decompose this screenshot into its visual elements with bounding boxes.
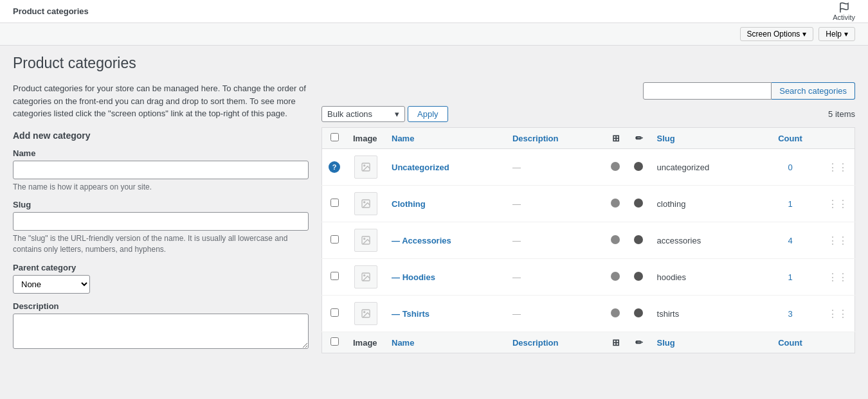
activity-label: Activity bbox=[833, 13, 855, 21]
row-name-cell: — Accessories bbox=[385, 222, 506, 259]
image-icon bbox=[361, 308, 371, 319]
row-slug-cell: clothing bbox=[651, 186, 759, 222]
row-desc-cell: — bbox=[506, 186, 604, 222]
header-description-col[interactable]: Description bbox=[506, 128, 604, 149]
parent-category-field: Parent category None bbox=[13, 263, 309, 294]
drag-handle-icon[interactable]: ⋮⋮ bbox=[827, 199, 848, 209]
status-circle-2 bbox=[634, 199, 643, 208]
category-name-link[interactable]: — Tshirts bbox=[392, 309, 429, 319]
row-checkbox-cell bbox=[322, 296, 347, 332]
drag-handle-icon[interactable]: ⋮⋮ bbox=[827, 272, 848, 283]
status-circle-1 bbox=[611, 162, 620, 171]
row-count-cell: 0 bbox=[759, 149, 821, 186]
slug-value: uncategorized bbox=[657, 163, 710, 172]
thumbnail-placeholder bbox=[354, 229, 377, 252]
row-checkbox[interactable] bbox=[330, 235, 339, 244]
table-footer-row: Image Name Description ⊞ ✏ Slu bbox=[322, 332, 855, 353]
name-label: Name bbox=[13, 148, 309, 158]
left-panel: Product categories for your store can be… bbox=[13, 82, 309, 359]
help-icon[interactable]: ? bbox=[329, 161, 340, 173]
category-name: Tshirts bbox=[402, 309, 429, 319]
screen-options-button[interactable]: Screen Options ▾ bbox=[740, 27, 814, 41]
row-slug-cell: tshirts bbox=[651, 296, 759, 332]
row-count-cell: 3 bbox=[759, 296, 821, 332]
select-all-checkbox-footer[interactable] bbox=[330, 337, 339, 346]
row-checkbox-cell: ? bbox=[322, 149, 347, 186]
row-drag-cell: ⋮⋮ bbox=[821, 186, 855, 222]
row-circle1-cell bbox=[604, 186, 628, 222]
table-row: ? Uncategorized — bbox=[322, 149, 855, 186]
bulk-actions-select[interactable]: Bulk actions ▾ bbox=[321, 106, 405, 122]
count-link[interactable]: 1 bbox=[788, 199, 792, 209]
name-input[interactable] bbox=[13, 161, 309, 179]
search-button[interactable]: Search categories bbox=[772, 82, 855, 100]
row-drag-cell: ⋮⋮ bbox=[821, 296, 855, 332]
search-input[interactable] bbox=[643, 82, 772, 100]
status-circle-1 bbox=[611, 272, 620, 281]
table-header-row: Image Name Description ⊞ ✏ Slu bbox=[322, 128, 855, 149]
description-value: — bbox=[512, 272, 521, 282]
slug-input[interactable] bbox=[13, 212, 309, 231]
top-bar: Product categories Activity bbox=[0, 0, 868, 23]
row-image-cell bbox=[347, 149, 385, 186]
count-link[interactable]: 0 bbox=[788, 163, 792, 172]
row-checkbox[interactable] bbox=[330, 308, 339, 317]
drag-handle-icon[interactable]: ⋮⋮ bbox=[827, 235, 848, 246]
category-name-link[interactable]: Clothing bbox=[392, 199, 426, 209]
category-name-link[interactable]: Uncategorized bbox=[392, 163, 449, 172]
footer-count-col[interactable]: Count bbox=[759, 332, 821, 353]
image-icon bbox=[361, 199, 371, 209]
category-name-link[interactable]: — Hoodies bbox=[392, 272, 435, 282]
row-checkbox-cell bbox=[322, 186, 347, 222]
image-icon bbox=[361, 162, 371, 172]
slug-value: clothing bbox=[657, 199, 686, 209]
drag-handle-icon[interactable]: ⋮⋮ bbox=[827, 308, 848, 319]
row-circle2-cell bbox=[628, 259, 651, 296]
flag-icon bbox=[838, 2, 850, 13]
activity-button[interactable]: Activity bbox=[833, 2, 855, 21]
slug-hint: The "slug" is the URL-friendly version o… bbox=[13, 233, 309, 255]
row-checkbox[interactable] bbox=[330, 272, 339, 280]
row-checkbox[interactable] bbox=[330, 199, 339, 207]
category-name: Hoodies bbox=[402, 272, 435, 282]
footer-name-col[interactable]: Name bbox=[385, 332, 506, 353]
add-new-title: Add new category bbox=[13, 130, 309, 141]
svg-point-6 bbox=[364, 238, 365, 240]
footer-checkbox-col bbox=[322, 332, 347, 353]
row-drag-cell: ⋮⋮ bbox=[821, 259, 855, 296]
bulk-actions-wrap: Bulk actions ▾ Apply bbox=[321, 106, 448, 122]
header-count-col[interactable]: Count bbox=[759, 128, 821, 149]
row-circle1-cell bbox=[604, 296, 628, 332]
category-name-link[interactable]: — Accessories bbox=[392, 236, 451, 245]
parent-category-label: Parent category bbox=[13, 263, 309, 272]
parent-category-select[interactable]: None bbox=[13, 275, 90, 294]
row-checkbox-cell bbox=[322, 259, 347, 296]
count-link[interactable]: 4 bbox=[788, 236, 792, 245]
edit-icon: ✏ bbox=[635, 133, 643, 143]
svg-point-10 bbox=[364, 312, 365, 313]
svg-point-2 bbox=[364, 165, 365, 166]
select-all-checkbox[interactable] bbox=[330, 133, 339, 141]
help-button[interactable]: Help ▾ bbox=[818, 27, 855, 41]
drag-handle-icon[interactable]: ⋮⋮ bbox=[827, 162, 848, 173]
count-link[interactable]: 3 bbox=[788, 309, 792, 319]
description-textarea[interactable] bbox=[13, 314, 309, 349]
categories-table: Image Name Description ⊞ ✏ Slu bbox=[321, 127, 855, 353]
row-circle2-cell bbox=[628, 222, 651, 259]
thumbnail-placeholder bbox=[354, 192, 377, 215]
footer-icon2-col: ✏ bbox=[628, 332, 651, 353]
count-link[interactable]: 1 bbox=[788, 272, 792, 282]
description-value: — bbox=[512, 163, 521, 172]
status-circle-2 bbox=[634, 308, 643, 317]
table-actions: Bulk actions ▾ Apply 5 items bbox=[321, 106, 855, 122]
row-circle1-cell bbox=[604, 149, 628, 186]
table-row: — Accessories — accessories 4 ⋮⋮ bbox=[322, 222, 855, 259]
intro-text: Product categories for your store can be… bbox=[13, 82, 309, 120]
apply-button[interactable]: Apply bbox=[408, 106, 448, 122]
header-name-col[interactable]: Name bbox=[385, 128, 506, 149]
header-slug-col[interactable]: Slug bbox=[651, 128, 759, 149]
footer-slug-col[interactable]: Slug bbox=[651, 332, 759, 353]
footer-description-col[interactable]: Description bbox=[506, 332, 604, 353]
thumbnail-placeholder bbox=[354, 155, 377, 179]
screen-options-bar: Screen Options ▾ Help ▾ bbox=[0, 23, 868, 46]
